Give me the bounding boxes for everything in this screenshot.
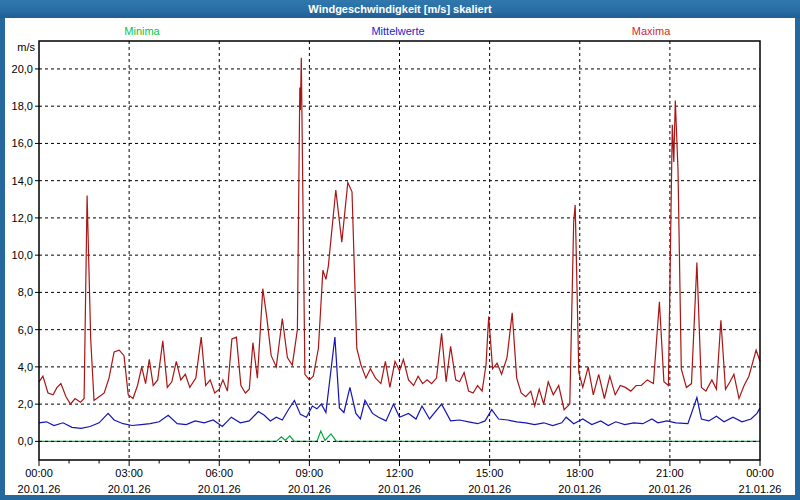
y-tick-label: 6,0 bbox=[18, 324, 33, 336]
y-tick-label: 18,0 bbox=[12, 100, 33, 112]
y-tick-label: 0,0 bbox=[18, 435, 33, 447]
y-tick-label: 8,0 bbox=[18, 286, 33, 298]
x-time-label: 03:00 bbox=[115, 467, 143, 479]
x-date-label: 20.01.26 bbox=[288, 483, 331, 495]
wind-speed-chart: 0,02,04,06,08,010,012,014,016,018,020,0m… bbox=[0, 0, 800, 500]
y-tick-label: 4,0 bbox=[18, 361, 33, 373]
x-time-label: 15:00 bbox=[476, 467, 504, 479]
x-date-label: 20.01.26 bbox=[648, 483, 691, 495]
y-axis-unit-label: m/s bbox=[17, 41, 35, 53]
x-date-label: 20.01.26 bbox=[18, 483, 61, 495]
x-date-label: 20.01.26 bbox=[468, 483, 511, 495]
y-tick-label: 12,0 bbox=[12, 212, 33, 224]
y-tick-label: 14,0 bbox=[12, 175, 33, 187]
y-tick-label: 2,0 bbox=[18, 398, 33, 410]
x-time-label: 00:00 bbox=[25, 467, 53, 479]
x-date-label: 20.01.26 bbox=[558, 483, 601, 495]
y-tick-label: 10,0 bbox=[12, 249, 33, 261]
y-tick-label: 20,0 bbox=[12, 63, 33, 75]
x-time-label: 09:00 bbox=[296, 467, 324, 479]
x-date-label: 21.01.26 bbox=[739, 483, 782, 495]
x-date-label: 20.01.26 bbox=[378, 483, 421, 495]
x-time-label: 18:00 bbox=[566, 467, 594, 479]
x-date-label: 20.01.26 bbox=[108, 483, 151, 495]
y-tick-label: 16,0 bbox=[12, 137, 33, 149]
x-time-label: 06:00 bbox=[205, 467, 233, 479]
x-date-label: 20.01.26 bbox=[198, 483, 241, 495]
x-time-label: 21:00 bbox=[656, 467, 684, 479]
window-frame: Windgeschwindigkeit [m/s] skaliert Minim… bbox=[0, 0, 800, 500]
x-time-label: 12:00 bbox=[386, 467, 414, 479]
x-time-label: 00:00 bbox=[746, 467, 774, 479]
